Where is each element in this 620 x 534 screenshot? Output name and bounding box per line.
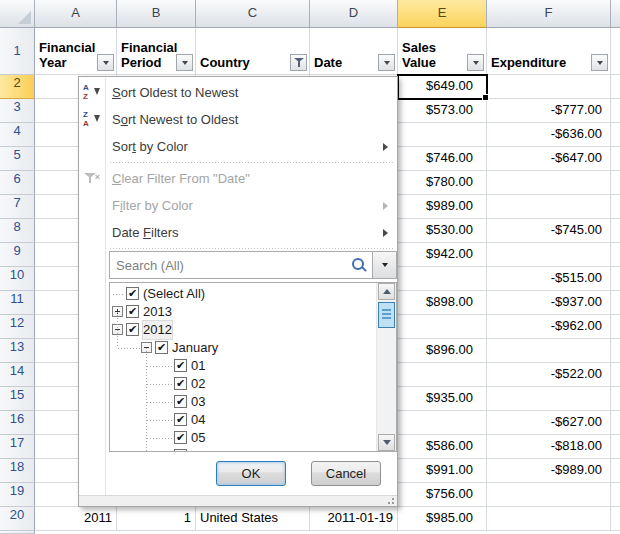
cell-F8[interactable]: -$745.00 [487, 219, 611, 243]
cell-E4[interactable] [398, 123, 487, 147]
checkbox[interactable]: ✔ [126, 323, 139, 336]
checkbox[interactable]: ✔ [126, 305, 139, 318]
scrollbar-thumb[interactable] [378, 302, 395, 328]
cell-C20[interactable]: United States [196, 507, 310, 531]
checkbox[interactable]: ✔ [174, 431, 187, 444]
tree-item-03[interactable]: ✔03 [110, 393, 377, 411]
cell-F20[interactable] [487, 507, 611, 531]
row-header-10[interactable]: 10 [0, 267, 35, 291]
filter-dropdown-button-B[interactable] [176, 54, 193, 71]
tree-item-05[interactable]: ✔05 [110, 429, 377, 447]
checkbox[interactable]: ✔ [174, 413, 187, 426]
scroll-up-button[interactable] [378, 283, 395, 300]
cell-F9[interactable] [487, 243, 611, 267]
field-header-B[interactable]: Financial Period [117, 28, 196, 75]
scroll-down-button[interactable] [378, 434, 395, 451]
cell-F16[interactable]: -$627.00 [487, 411, 611, 435]
field-header-A[interactable]: Financial Year [35, 28, 117, 75]
column-header-D[interactable]: D [310, 0, 398, 28]
cell-F6[interactable] [487, 171, 611, 195]
cell-F15[interactable] [487, 387, 611, 411]
cell-F7[interactable] [487, 195, 611, 219]
field-header-E[interactable]: Sales Value [398, 28, 487, 75]
checkbox[interactable]: ✔ [174, 377, 187, 390]
row-header-1[interactable]: 1 [0, 28, 35, 75]
cell-E18[interactable]: $991.00 [398, 459, 487, 483]
row-header-17[interactable]: 17 [0, 435, 35, 459]
menu-item-sort-newest-to-oldest[interactable]: ZASort Newest to Oldest [79, 106, 397, 133]
field-header-C[interactable]: Country [196, 28, 310, 75]
cell-F18[interactable]: -$989.00 [487, 459, 611, 483]
row-header-16[interactable]: 16 [0, 411, 35, 435]
row-header-12[interactable]: 12 [0, 315, 35, 339]
cell-E17[interactable]: $586.00 [398, 435, 487, 459]
cell-F19[interactable] [487, 483, 611, 507]
cell-E15[interactable]: $935.00 [398, 387, 487, 411]
checkbox[interactable]: ✔ [126, 287, 139, 300]
cell-F12[interactable]: -$962.00 [487, 315, 611, 339]
search-dropdown-button[interactable] [373, 251, 397, 279]
cell-E7[interactable]: $989.00 [398, 195, 487, 219]
menu-item-sort-by-color[interactable]: Sort by Color [79, 133, 397, 160]
cell-F4[interactable]: -$636.00 [487, 123, 611, 147]
cell-E5[interactable]: $746.00 [398, 147, 487, 171]
cell-F17[interactable]: -$818.00 [487, 435, 611, 459]
tree-item-January[interactable]: ✔January [110, 339, 377, 357]
cell-E16[interactable] [398, 411, 487, 435]
cell-F10[interactable]: -$515.00 [487, 267, 611, 291]
cell-E3[interactable]: $573.00 [398, 99, 487, 123]
row-header-4[interactable]: 4 [0, 123, 35, 147]
row-header-13[interactable]: 13 [0, 339, 35, 363]
cell-B20[interactable]: 1 [117, 507, 196, 531]
cell-E12[interactable] [398, 315, 487, 339]
tree-item-01[interactable]: ✔01 [110, 357, 377, 375]
cell-F11[interactable]: -$937.00 [487, 291, 611, 315]
field-header-D[interactable]: Date [310, 28, 398, 75]
filter-applied-button-C[interactable] [290, 54, 307, 71]
column-header-E[interactable]: E [398, 0, 487, 28]
cell-E2[interactable]: $649.00 [398, 75, 487, 99]
checkbox[interactable]: ✔ [174, 449, 187, 451]
checkbox[interactable]: ✔ [174, 395, 187, 408]
cell-F2[interactable] [487, 75, 611, 99]
cell-E14[interactable] [398, 363, 487, 387]
tree-item-2012[interactable]: ✔2012 [110, 321, 377, 339]
row-header-9[interactable]: 9 [0, 243, 35, 267]
cell-D20[interactable]: 2011-01-19 [310, 507, 398, 531]
cell-E6[interactable]: $780.00 [398, 171, 487, 195]
select-all-corner[interactable] [0, 0, 35, 28]
tree-item-02[interactable]: ✔02 [110, 375, 377, 393]
tree-item-clipped[interactable]: ✔ [110, 447, 377, 451]
column-header-A[interactable]: A [35, 0, 117, 28]
cell-E19[interactable]: $756.00 [398, 483, 487, 507]
cancel-button[interactable]: Cancel [311, 461, 381, 486]
row-header-2[interactable]: 2 [0, 75, 35, 99]
row-header-20[interactable]: 20 [0, 507, 35, 531]
row-header-7[interactable]: 7 [0, 195, 35, 219]
tree-item-04[interactable]: ✔04 [110, 411, 377, 429]
row-header-11[interactable]: 11 [0, 291, 35, 315]
filter-dropdown-button-E[interactable] [467, 54, 484, 71]
field-header-F[interactable]: Expenditure [487, 28, 611, 75]
search-input[interactable] [110, 252, 372, 278]
filter-dropdown-button-D[interactable] [378, 54, 395, 71]
row-header-5[interactable]: 5 [0, 147, 35, 171]
filter-dropdown-button-F[interactable] [591, 54, 608, 71]
cell-E13[interactable]: $896.00 [398, 339, 487, 363]
column-header-B[interactable]: B [117, 0, 196, 28]
cell-E10[interactable] [398, 267, 487, 291]
row-header-8[interactable]: 8 [0, 219, 35, 243]
row-header-18[interactable]: 18 [0, 459, 35, 483]
cell-F13[interactable] [487, 339, 611, 363]
cell-F3[interactable]: -$777.00 [487, 99, 611, 123]
row-header-6[interactable]: 6 [0, 171, 35, 195]
cell-F14[interactable]: -$522.00 [487, 363, 611, 387]
row-header-19[interactable]: 19 [0, 483, 35, 507]
filter-dropdown-button-A[interactable] [97, 54, 114, 71]
row-header-15[interactable]: 15 [0, 387, 35, 411]
menu-item-date-filters[interactable]: Date Filters [79, 219, 397, 246]
menu-item-sort-oldest-to-newest[interactable]: AZSort Oldest to Newest [79, 79, 397, 106]
column-header-F[interactable]: F [487, 0, 611, 28]
cell-E11[interactable]: $898.00 [398, 291, 487, 315]
row-header-14[interactable]: 14 [0, 363, 35, 387]
